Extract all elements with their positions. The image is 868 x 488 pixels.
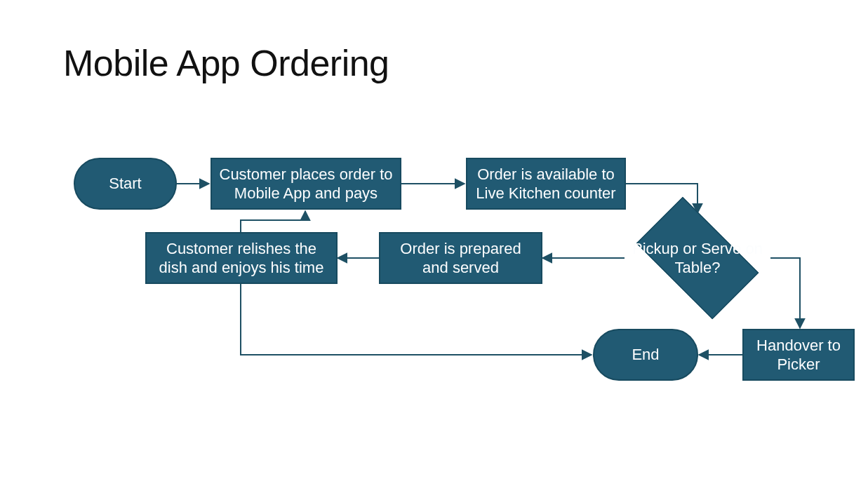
handover-node: Handover to Picker [742,329,855,381]
relishes-label: Customer relishes the dish and enjoys hi… [154,239,329,278]
kitchen-label: Order is available to Live Kitchen count… [474,165,617,203]
prepared-label: Order is prepared and served [387,239,534,278]
start-node: Start [74,158,177,210]
end-node: End [593,329,698,381]
decision-label: Pickup or Serve on Table? [622,212,773,304]
end-label: End [632,345,659,365]
place-order-label: Customer places order to Mobile App and … [219,165,393,203]
kitchen-node: Order is available to Live Kitchen count… [466,158,626,210]
start-label: Start [109,174,141,194]
page-title: Mobile App Ordering [63,42,389,84]
relishes-node: Customer relishes the dish and enjoys hi… [145,232,338,284]
decision-node: Pickup or Serve on Table? [622,212,773,304]
place-order-node: Customer places order to Mobile App and … [211,158,401,210]
handover-label: Handover to Picker [751,336,846,374]
prepared-node: Order is prepared and served [379,232,542,284]
